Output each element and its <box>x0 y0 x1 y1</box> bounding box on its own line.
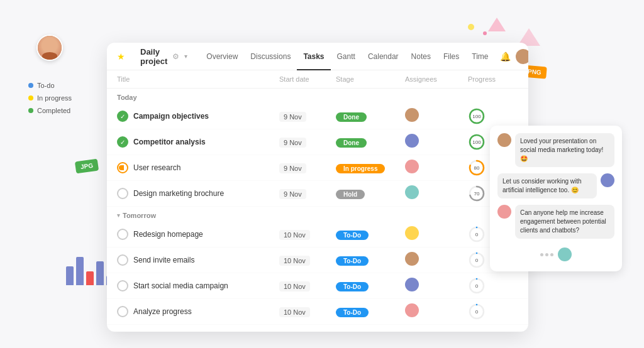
task-title-cell: Send invite emails <box>117 254 279 266</box>
task-row[interactable]: Redesign homepage 10 Nov To-Do 0 <box>107 222 528 247</box>
chat-avatar <box>497 205 511 219</box>
stage-badge[interactable]: In progress <box>336 164 385 173</box>
task-row[interactable]: User research 9 Nov In progress 80 <box>107 155 528 181</box>
task-title: Design marketing brochure <box>133 189 224 198</box>
progress-cell: 0 <box>468 303 486 320</box>
tab-overview[interactable]: Overview <box>200 43 244 70</box>
task-row[interactable]: ✓ Campaign objectives 9 Nov Done 100 <box>107 104 528 129</box>
task-row[interactable]: ✓ Competitor analysis 9 Nov Done 100 <box>107 129 528 155</box>
task-title: User research <box>133 163 180 172</box>
progress-label: 0 <box>475 309 478 315</box>
chat-bubble: Let us consider working with artificial … <box>497 173 597 198</box>
progress-label: 0 <box>475 232 478 237</box>
progress-label: 100 <box>472 114 480 119</box>
table-body: Today ✓ Campaign objectives 9 Nov Done 1… <box>107 89 528 325</box>
task-row[interactable]: Analyze progress 10 Nov To-Do 0 <box>107 299 528 325</box>
tab-notes[interactable]: Notes <box>405 43 437 70</box>
tab-discussions[interactable]: Discussions <box>244 43 297 70</box>
chat-message-0: Loved your presentation on social media … <box>497 133 614 167</box>
task-assignees <box>405 278 468 294</box>
task-row[interactable]: Start social media campaign 10 Nov To-Do… <box>107 273 528 299</box>
task-title: Competitor analysis <box>133 138 206 146</box>
task-title-cell: User research <box>117 162 279 173</box>
date-badge: 9 Nov <box>279 189 306 199</box>
legend-dot-todo <box>28 83 33 88</box>
chat-message-2: Can anyone help me increase engagement b… <box>497 205 614 239</box>
check-done-icon: ✓ <box>117 136 128 148</box>
bar-0 <box>66 266 74 285</box>
task-row[interactable]: Send invite emails 10 Nov To-Do 0 <box>107 247 528 273</box>
main-window: ★ Daily project ⚙ ▾ Overview Discussions… <box>107 43 528 332</box>
top-avatar[interactable] <box>36 35 63 61</box>
section-1: ▾ Tomorrow <box>107 207 528 222</box>
stage-badge[interactable]: Done <box>336 138 367 148</box>
date-badge: 10 Nov <box>279 230 310 240</box>
task-stage: Done <box>336 111 405 122</box>
check-empty-icon <box>117 306 128 317</box>
task-title-cell: ✓ Competitor analysis <box>117 136 279 148</box>
nav-tabs: Overview Discussions Tasks Gantt Calenda… <box>200 43 494 70</box>
stage-badge[interactable]: To-Do <box>336 256 369 266</box>
task-title-cell: Analyze progress <box>117 306 279 317</box>
section-chevron: ▾ <box>117 212 120 219</box>
check-empty-icon <box>117 188 128 199</box>
progress-cell: 70 <box>468 185 486 202</box>
typing-dot <box>540 253 543 256</box>
col-progress: Progress <box>468 75 518 83</box>
stage-badge[interactable]: To-Do <box>336 231 369 240</box>
task-title: Redesign homepage <box>133 230 203 239</box>
bar-3 <box>96 261 104 285</box>
col-stage: Stage <box>336 75 405 83</box>
tab-time[interactable]: Time <box>465 43 494 70</box>
progress-label: 100 <box>472 139 480 145</box>
stage-badge[interactable]: To-Do <box>336 308 369 317</box>
gear-icon[interactable]: ⚙ <box>172 52 179 61</box>
assignee-avatar <box>405 108 419 122</box>
task-row[interactable]: Design marketing brochure 9 Nov Hold 70 <box>107 181 528 207</box>
task-stage: To-Do <box>336 229 405 240</box>
progress-cell: 0 <box>468 251 486 269</box>
stage-badge[interactable]: Hold <box>336 190 365 199</box>
task-date: 9 Nov <box>279 111 336 122</box>
tab-files[interactable]: Files <box>437 43 465 70</box>
assignee-avatar <box>405 278 419 291</box>
typing-avatar <box>558 247 572 261</box>
stage-badge[interactable]: To-Do <box>336 282 369 291</box>
task-title: Analyze progress <box>133 307 192 316</box>
legend-label-todo: To-do <box>37 82 55 89</box>
tab-tasks[interactable]: Tasks <box>297 43 330 70</box>
chat-bubble: Can anyone help me increase engagement b… <box>515 205 614 239</box>
progress-cell: 0 <box>468 226 486 243</box>
chat-panel: Loved your presentation on social media … <box>490 126 622 271</box>
check-empty-icon <box>117 229 128 240</box>
task-assignees <box>405 226 468 242</box>
task-title: Campaign objectives <box>133 112 209 121</box>
typing-indicator <box>497 245 614 264</box>
col-title: Title <box>117 75 279 83</box>
task-stage: To-Do <box>336 306 405 317</box>
stage-badge[interactable]: Done <box>336 112 367 122</box>
section-0: Today <box>107 89 528 104</box>
task-assignees <box>405 185 468 202</box>
check-empty-icon <box>117 280 128 291</box>
assignee-avatar <box>405 134 419 148</box>
assignee-avatar <box>405 160 419 173</box>
bell-icon[interactable]: 🔔 <box>500 52 511 62</box>
background: PNG To-do In progress Completed JPG ★ Da… <box>0 0 644 348</box>
chat-message-1: Let us consider working with artificial … <box>497 173 614 198</box>
task-stage: To-Do <box>336 280 405 291</box>
header-avatar[interactable] <box>516 49 528 64</box>
assignee-avatar <box>405 226 419 240</box>
progress-label: 80 <box>474 165 480 171</box>
tab-gantt[interactable]: Gantt <box>331 43 362 70</box>
check-empty-icon <box>117 254 128 266</box>
legend-item-completed: Completed <box>28 107 72 114</box>
tab-calendar[interactable]: Calendar <box>362 43 405 70</box>
progress-label: 0 <box>475 283 478 289</box>
chevron-icon[interactable]: ▾ <box>184 53 187 60</box>
legend-item-todo: To-do <box>28 82 72 89</box>
window-header: ★ Daily project ⚙ ▾ Overview Discussions… <box>107 43 528 70</box>
date-badge: 9 Nov <box>279 112 306 122</box>
typing-dot <box>550 253 553 256</box>
jpg-badge: JPG <box>75 159 99 174</box>
